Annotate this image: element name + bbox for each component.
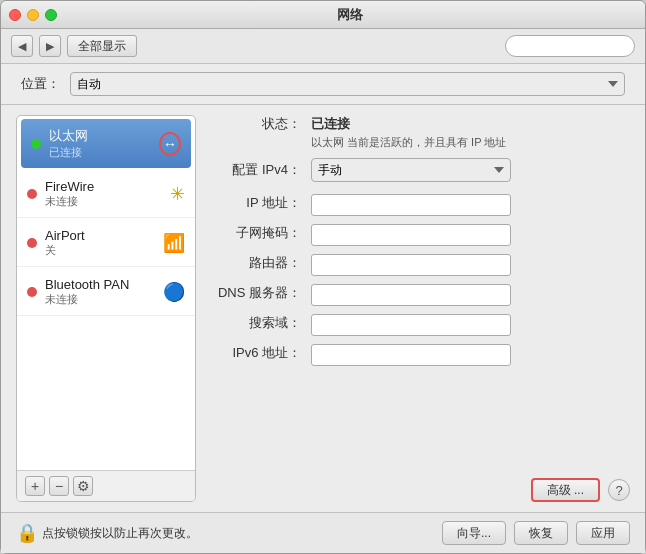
router-row: 路由器： (211, 254, 630, 276)
gear-icon: ⚙ (77, 478, 90, 494)
ip-address-row: IP 地址： (211, 194, 630, 216)
settings-network-button[interactable]: ⚙ (73, 476, 93, 496)
ethernet-name: 以太网 (49, 127, 151, 145)
status-value: 已连接 (311, 115, 506, 133)
bluetooth-status: 未连接 (45, 292, 155, 307)
sidebar-toolbar: + − ⚙ (17, 470, 195, 501)
sidebar-item-firewire[interactable]: FireWire 未连接 ✳ (17, 171, 195, 218)
close-button[interactable] (9, 9, 21, 21)
bottom-bar: 🔒 点按锁锁按以防止再次更改。 向导... 恢复 应用 (1, 512, 645, 553)
bluetooth-info: Bluetooth PAN 未连接 (45, 277, 155, 307)
airport-icon: 📶 (163, 232, 185, 254)
status-dot-bluetooth (27, 287, 37, 297)
ethernet-status: 已连接 (49, 145, 151, 160)
content-area: 位置： 自动 以太网 已连接 ↔ (1, 64, 645, 512)
dns-input[interactable] (311, 284, 511, 306)
detail-panel: 状态： 已连接 以太网 当前是活跃的，并且具有 IP 地址 配置 IPv4： 手… (211, 115, 630, 502)
remove-network-button[interactable]: − (49, 476, 69, 496)
router-label: 路由器： (211, 254, 311, 272)
search-input[interactable] (505, 35, 635, 57)
firewire-status: 未连接 (45, 194, 162, 209)
add-icon: + (31, 478, 39, 494)
ipv6-input[interactable] (311, 344, 511, 366)
firewire-info: FireWire 未连接 (45, 179, 162, 209)
airport-info: AirPort 关 (45, 228, 155, 258)
apply-button[interactable]: 应用 (576, 521, 630, 545)
firewire-name: FireWire (45, 179, 162, 194)
sidebar-item-airport[interactable]: AirPort 关 📶 (17, 220, 195, 267)
ipv6-label: IPv6 地址： (211, 344, 311, 362)
location-select[interactable]: 自动 (70, 72, 625, 96)
maximize-button[interactable] (45, 9, 57, 21)
status-description: 以太网 当前是活跃的，并且具有 IP 地址 (311, 135, 506, 150)
bluetooth-name: Bluetooth PAN (45, 277, 155, 292)
all-show-button[interactable]: 全部显示 (67, 35, 137, 57)
location-bar: 位置： 自动 (1, 64, 645, 105)
network-preferences-window: 网络 ◀ ▶ 全部显示 位置： 自动 (0, 0, 646, 554)
network-list: 以太网 已连接 ↔ FireWire 未连接 ✳ (17, 116, 195, 470)
status-dot-firewire (27, 189, 37, 199)
status-label: 状态： (211, 115, 311, 133)
toolbar: ◀ ▶ 全部显示 (1, 29, 645, 64)
bluetooth-icon: 🔵 (163, 281, 185, 303)
airport-name: AirPort (45, 228, 155, 243)
ethernet-icon: ↔ (159, 132, 181, 156)
advanced-area: 高级 ... ? (211, 468, 630, 502)
ip-address-input[interactable] (311, 194, 511, 216)
add-network-button[interactable]: + (25, 476, 45, 496)
lock-text: 点按锁锁按以防止再次更改。 (42, 525, 198, 542)
airport-status: 关 (45, 243, 155, 258)
lock-area: 🔒 点按锁锁按以防止再次更改。 (16, 522, 434, 544)
dns-label: DNS 服务器： (211, 284, 311, 302)
back-button[interactable]: ◀ (11, 35, 33, 57)
sidebar-item-bluetooth[interactable]: Bluetooth PAN 未连接 🔵 (17, 269, 195, 316)
subnet-mask-label: 子网掩码： (211, 224, 311, 242)
window-title: 网络 (63, 6, 637, 24)
forward-icon: ▶ (46, 40, 54, 53)
minimize-button[interactable] (27, 9, 39, 21)
router-input[interactable] (311, 254, 511, 276)
status-value-area: 已连接 以太网 当前是活跃的，并且具有 IP 地址 (311, 115, 506, 150)
bottom-buttons: 向导... 恢复 应用 (442, 521, 630, 545)
status-dot-ethernet (31, 139, 41, 149)
ip-fields-section: IP 地址： 子网掩码： 路由器： DNS 服务器： (211, 194, 630, 374)
minus-icon: − (55, 478, 63, 494)
advanced-button[interactable]: 高级 ... (531, 478, 600, 502)
search-domain-input[interactable] (311, 314, 511, 336)
dns-row: DNS 服务器： (211, 284, 630, 306)
ip-address-label: IP 地址： (211, 194, 311, 212)
lock-icon[interactable]: 🔒 (16, 522, 36, 544)
ipv6-row: IPv6 地址： (211, 344, 630, 366)
config-ipv4-row: 配置 IPv4： 手动 自动（DHCP） 仅限本地链路 (211, 158, 630, 182)
config-ipv4-label: 配置 IPv4： (211, 161, 311, 179)
ethernet-info: 以太网 已连接 (49, 127, 151, 160)
forward-button[interactable]: ▶ (39, 35, 61, 57)
subnet-mask-row: 子网掩码： (211, 224, 630, 246)
sidebar-item-ethernet[interactable]: 以太网 已连接 ↔ (21, 119, 191, 168)
firewire-icon: ✳ (170, 183, 185, 205)
subnet-mask-input[interactable] (311, 224, 511, 246)
titlebar: 网络 (1, 1, 645, 29)
config-ipv4-select[interactable]: 手动 自动（DHCP） 仅限本地链路 (311, 158, 511, 182)
guide-button[interactable]: 向导... (442, 521, 506, 545)
status-dot-airport (27, 238, 37, 248)
search-domain-label: 搜索域： (211, 314, 311, 332)
location-label: 位置： (21, 75, 60, 93)
search-domain-row: 搜索域： (211, 314, 630, 336)
network-sidebar: 以太网 已连接 ↔ FireWire 未连接 ✳ (16, 115, 196, 502)
main-area: 以太网 已连接 ↔ FireWire 未连接 ✳ (1, 105, 645, 512)
status-row: 状态： 已连接 以太网 当前是活跃的，并且具有 IP 地址 (211, 115, 630, 150)
revert-button[interactable]: 恢复 (514, 521, 568, 545)
help-button[interactable]: ? (608, 479, 630, 501)
back-icon: ◀ (18, 40, 26, 53)
